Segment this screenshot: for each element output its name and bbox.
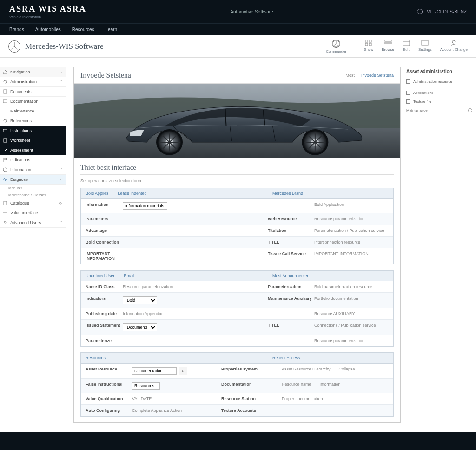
main-panel: Invoede Setstena Most Invoede Setstena (73, 67, 401, 423)
col-lease-indented: Lease Indented (118, 191, 147, 196)
issued-statement-select[interactable]: Documentation (123, 323, 157, 331)
info-icon (3, 167, 7, 172)
square-icon (406, 79, 410, 84)
information-input[interactable] (123, 202, 167, 210)
svg-line-2 (14, 46, 18, 50)
main-content: Invoede Setstena Most Invoede Setstena (66, 67, 406, 423)
sidebar-item-administration[interactable]: Administration ˅ (0, 77, 66, 87)
svg-rect-18 (4, 90, 7, 93)
svg-rect-21 (3, 129, 7, 132)
chevron-down-icon: ˅ (60, 80, 62, 84)
rail-item-maintenance[interactable]: Maintenance (406, 106, 472, 115)
svg-line-5 (334, 44, 337, 46)
svg-line-6 (336, 44, 339, 46)
rail-item-admin-resource[interactable]: Administration resource (406, 77, 472, 86)
wrench-icon (3, 109, 7, 113)
sidebar-item-maintenance[interactable]: Maintenance (0, 106, 66, 116)
chevron-down-icon: ˅ (60, 221, 62, 225)
action-browse[interactable]: Browse (382, 40, 394, 52)
brand-name: ASRA WIS ASRA (9, 4, 86, 14)
sidebar-item-documents[interactable]: Documents (0, 87, 66, 97)
sidebar-item-assessment[interactable]: Assessment (0, 145, 66, 155)
sidebar-sub-maint-classes[interactable]: Maintenance / Classes (0, 192, 66, 198)
sub-header-title: Mercedes-WIS Software (25, 42, 104, 51)
sidebar-item-worksheet[interactable]: Worksheet (0, 136, 66, 145)
nav-resources[interactable]: Resources (72, 27, 94, 32)
doc-icon (3, 89, 7, 94)
sidebar-item-instructions[interactable]: Instructions (0, 126, 66, 136)
action-account[interactable]: Account Change (440, 40, 468, 52)
table-row: Value Qualification VALIDATE Resource St… (81, 393, 393, 405)
svg-rect-19 (3, 100, 7, 103)
svg-rect-13 (403, 40, 410, 46)
action-commander-label: Commander (326, 49, 346, 53)
rail-item-applications[interactable]: Applications (406, 88, 472, 97)
sidebar-item-indications[interactable]: Indications (0, 155, 66, 165)
table-row: Information Bold Application (81, 199, 393, 213)
sidebar-item-diagnose[interactable]: Diagnose ⋮ (0, 175, 66, 185)
check-icon (3, 148, 7, 152)
svg-rect-8 (369, 40, 371, 42)
sidebar-item-value-interface[interactable]: Value Interface (0, 208, 66, 218)
sidebar-sub-manuals[interactable]: Manuals (0, 185, 66, 192)
panel-action-link[interactable]: Invoede Setstena (361, 73, 394, 78)
info-block-2-head: Undefined User Email Most Announcement (81, 271, 393, 281)
top-right-block: MERCEDES-BENZ (417, 9, 467, 14)
indicators-select[interactable]: Bold (123, 296, 157, 304)
sidebar-item-advanced-users[interactable]: Advanced Users ˅ (0, 218, 66, 228)
svg-rect-22 (4, 139, 7, 142)
false-instructional-input[interactable] (132, 382, 160, 390)
square-icon (406, 99, 410, 104)
col-resources: Resources (86, 356, 106, 360)
window-icon (403, 40, 410, 46)
sidebar-item-information[interactable]: Information ˄ (0, 165, 66, 175)
main-nav: Brands Automobiles Resources Learn (0, 23, 476, 35)
info-block-1-head: Bold Applies Lease Indented Mercedes Bra… (81, 188, 393, 199)
table-row: Advantage Titulation Parameterization / … (81, 225, 393, 237)
info-block-1: Bold Applies Lease Indented Mercedes Bra… (80, 188, 394, 264)
card-icon (421, 40, 429, 46)
refresh-icon: ⟳ (59, 201, 62, 205)
info-block-2: Undefined User Email Most Announcement N… (80, 270, 394, 347)
sidebar-item-documentation[interactable]: Documentation (0, 97, 66, 106)
panel-title: Invoede Setstena (80, 71, 131, 79)
svg-rect-11 (385, 40, 391, 41)
nav-learn[interactable]: Learn (106, 27, 118, 32)
hero-image (74, 84, 400, 158)
rail-divider (406, 87, 472, 87)
sub-header: Mercedes-WIS Software Commander Show Bro… (0, 35, 476, 58)
section-description: Set operations via selection form. (74, 175, 400, 188)
sidebar-item-navigation[interactable]: Navigation › (0, 67, 66, 77)
panel-action-label: Most (345, 73, 355, 78)
table-row: Name ID Class Resource parameterization … (81, 281, 393, 293)
book-icon (3, 201, 7, 205)
svg-rect-15 (422, 40, 428, 45)
panel-header: Invoede Setstena Most Invoede Setstena (74, 67, 400, 84)
nav-brands[interactable]: Brands (9, 27, 24, 32)
rail-item-texture-file[interactable]: Texture file (406, 97, 472, 106)
sheet-icon (3, 138, 7, 143)
sidebar-item-references[interactable]: References (0, 116, 66, 126)
asset-resource-input[interactable] (132, 367, 177, 375)
table-row: Parameterize Resource parameterization (81, 335, 393, 346)
sidebar-item-catalogue[interactable]: Catalogue ⟳ (0, 198, 66, 208)
home-icon (3, 70, 7, 74)
svg-rect-7 (365, 40, 368, 42)
top-right-label: MERCEDES-BENZ (426, 9, 467, 14)
table-row: Indicators Bold Maintenance Auxiliary Po… (81, 293, 393, 308)
action-settings[interactable]: Settings (418, 40, 432, 52)
action-edit[interactable]: Edit (403, 40, 410, 52)
action-commander[interactable]: Commander (326, 40, 346, 53)
mercedes-small-icon (332, 40, 340, 48)
square-icon (406, 91, 410, 95)
gear-icon (3, 79, 7, 84)
clock-icon (417, 9, 423, 14)
col-most-announcement: Most Announcement (272, 273, 389, 278)
user-icon (450, 40, 457, 46)
nav-automobiles[interactable]: Automobiles (35, 27, 61, 32)
grid-icon (365, 40, 372, 46)
svg-point-20 (4, 119, 7, 122)
action-show[interactable]: Show (364, 40, 373, 52)
asset-resource-button[interactable]: ▸ (179, 367, 187, 375)
table-row: Auto Configuring Complete Appliance Acti… (81, 405, 393, 416)
